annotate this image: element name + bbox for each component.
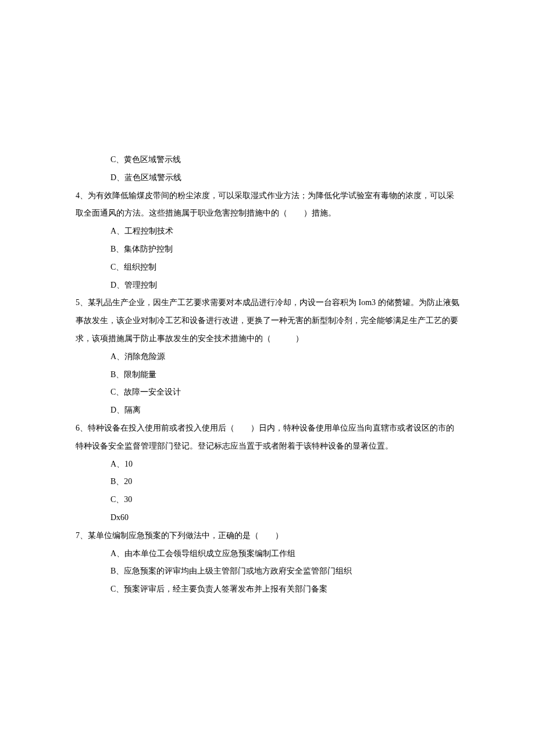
q4-option-b: B、集体防护控制 bbox=[76, 241, 459, 259]
q5-option-b: B、限制能量 bbox=[76, 366, 459, 384]
q5-option-d: D、隔离 bbox=[76, 402, 459, 420]
q4-option-c: C、组织控制 bbox=[76, 259, 459, 277]
q6-option-d: Dx60 bbox=[76, 509, 459, 527]
q4-stem: 4、为有效降低输煤皮带间的粉尘浓度，可以采取湿式作业方法；为降低化学试验室有毒物… bbox=[76, 187, 459, 223]
q4-option-a: A、工程控制技术 bbox=[76, 223, 459, 241]
q3-option-d: D、蓝色区域警示线 bbox=[76, 169, 459, 187]
q3-option-c: C、黄色区域警示线 bbox=[76, 151, 459, 169]
document-page: C、黄色区域警示线 D、蓝色区域警示线 4、为有效降低输煤皮带间的粉尘浓度，可以… bbox=[0, 0, 535, 756]
q6-option-c: C、30 bbox=[76, 491, 459, 509]
q7-option-a: A、由本单位工会领导组织成立应急预案编制工作组 bbox=[76, 545, 459, 563]
q5-stem: 5、某乳品生产企业，因生产工艺要求需要对本成品进行冷却，内设一台容积为 Iom3… bbox=[76, 294, 459, 347]
q7-stem: 7、某单位编制应急预案的下列做法中，正确的是（ ） bbox=[76, 527, 459, 545]
q6-option-a: A、10 bbox=[76, 456, 459, 474]
q7-option-c: C、预案评审后，经主要负责人签署发布并上报有关部门备案 bbox=[76, 581, 459, 599]
q6-option-b: B、20 bbox=[76, 473, 459, 491]
q7-option-b: B、应急预案的评审均由上级主管部门或地方政府安全监管部门组织 bbox=[76, 562, 459, 581]
q4-option-d: D、管理控制 bbox=[76, 277, 459, 295]
q5-option-a: A、消除危险源 bbox=[76, 348, 459, 366]
q5-option-c: C、故障一安全设计 bbox=[76, 384, 459, 402]
q6-stem: 6、特种设备在投入使用前或者投入使用后（ ）日内，特种设备使用单位应当向直辖市或… bbox=[76, 420, 459, 456]
